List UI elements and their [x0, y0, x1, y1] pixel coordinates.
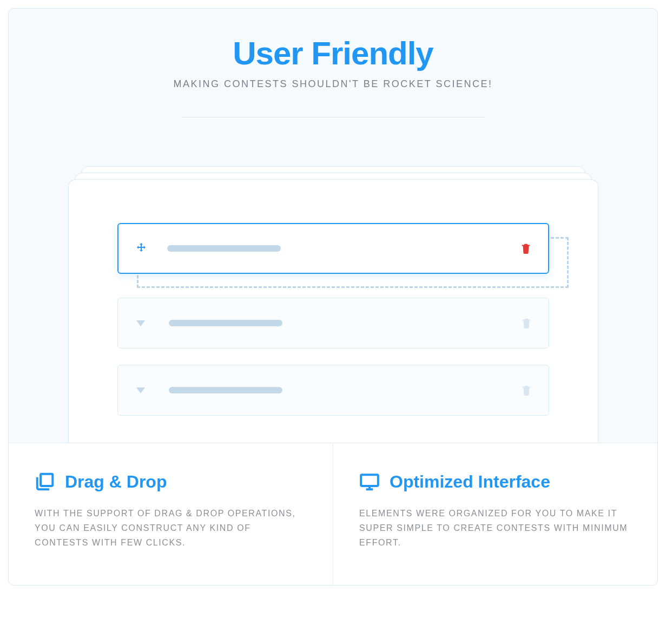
drag-drop-zone: [117, 223, 549, 274]
copy-icon: [35, 471, 55, 492]
content-placeholder: [169, 320, 282, 326]
move-icon[interactable]: [135, 242, 148, 255]
feature-title: Optimized Interface: [390, 472, 550, 492]
illustration-wrap: [9, 166, 657, 443]
chevron-down-icon[interactable]: [136, 387, 145, 393]
features-row: Drag & Drop WITH THE SUPPORT OF DRAG & D…: [9, 443, 657, 585]
svg-rect-0: [41, 474, 52, 486]
card-stack: [68, 166, 598, 443]
divider: [182, 117, 485, 117]
feature-title: Drag & Drop: [65, 472, 167, 492]
feature-optimized-interface: Optimized Interface ELEMENTS WERE ORGANI…: [333, 443, 657, 585]
trash-icon[interactable]: [520, 242, 532, 255]
hero-subtitle: MAKING CONTESTS SHOULDN'T BE ROCKET SCIE…: [30, 78, 636, 90]
hero-title: User Friendly: [30, 35, 636, 72]
trash-icon[interactable]: [520, 317, 532, 330]
feature-description: WITH THE SUPPORT OF DRAG & DROP OPERATIO…: [35, 506, 307, 550]
chevron-down-icon[interactable]: [136, 320, 145, 326]
feature-drag-drop: Drag & Drop WITH THE SUPPORT OF DRAG & D…: [9, 443, 333, 585]
draggable-item-active[interactable]: [117, 223, 549, 274]
svg-rect-1: [361, 475, 378, 486]
monitor-icon: [359, 471, 380, 492]
stacked-card-front: [68, 179, 598, 443]
content-placeholder: [169, 387, 282, 393]
feature-description: ELEMENTS WERE ORGANIZED FOR YOU TO MAKE …: [359, 506, 631, 550]
marketing-card: User Friendly MAKING CONTESTS SHOULDN'T …: [8, 8, 658, 586]
content-placeholder: [167, 245, 281, 252]
list-item[interactable]: [117, 298, 549, 349]
list-item[interactable]: [117, 365, 549, 416]
hero-section: User Friendly MAKING CONTESTS SHOULDN'T …: [9, 9, 657, 166]
trash-icon[interactable]: [520, 384, 532, 397]
